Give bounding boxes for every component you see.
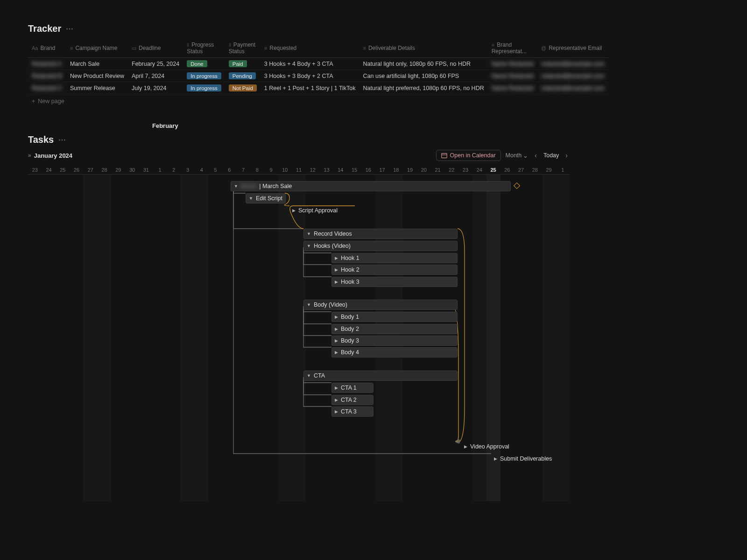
tracker-title-text: Tracker [28,23,61,34]
cell-requested[interactable]: 1 Reel + 1 Post + 1 Story | 1 TikTok [261,82,359,94]
cell-progress[interactable]: Done [183,58,225,70]
col-deliverable[interactable]: ≡Deliverable Details [359,39,488,58]
table-row[interactable]: Redacted AMarch SaleFebruary 25, 2024Don… [28,58,608,70]
col-payment[interactable]: ⦀Payment Status [225,39,261,58]
col-deadline[interactable]: ▭Deadline [128,39,183,58]
col-brand[interactable]: AaBrand [28,39,66,58]
tasks-title-text: Tasks [28,134,54,145]
new-page-button[interactable]: +New page [28,94,747,108]
prev-button[interactable]: ‹ [533,152,539,159]
day-cell: 19 [403,166,417,174]
cell-progress[interactable]: In progress [183,82,225,94]
tracker-table: AaBrand ≡Campaign Name ▭Deadline ⦀Progre… [28,39,608,94]
cell-deliverable[interactable]: Natural light preferred, 1080p 60 FPS, n… [359,82,488,94]
cell-email[interactable]: redacted@example.com [537,82,608,94]
cell-payment[interactable]: Not Paid [225,82,261,94]
task-bar-cta1[interactable]: ▶CTA 1 [331,383,374,393]
day-cell: 28 [98,166,112,174]
col-requested[interactable]: ≡Requested [261,39,359,58]
cell-progress[interactable]: In progress [183,70,225,82]
cell-campaign[interactable]: New Product Review [66,70,128,82]
day-cell: 26 [70,166,84,174]
day-cell: 29 [112,166,126,174]
parent-label: | March Sale [259,183,292,189]
day-cell: 31 [139,166,153,174]
table-row[interactable]: Redacted BNew Product ReviewApril 7, 202… [28,70,608,82]
cell-campaign[interactable]: Summer Release [66,82,128,94]
day-cell: 15 [347,166,361,174]
chevron-down-icon: ⌄ [523,152,528,159]
day-cell: 25 [486,166,500,174]
task-bar-body4[interactable]: ▶Body 4 [331,347,458,357]
open-in-calendar-button[interactable]: Open in Calendar [436,150,501,161]
day-cell: 14 [334,166,348,174]
day-cell: 13 [320,166,334,174]
task-bar-hook2[interactable]: ▶Hook 2 [331,265,458,275]
day-cell: 8 [250,166,264,174]
table-row[interactable]: Redacted CSummer ReleaseJuly 19, 2024In … [28,82,608,94]
today-button[interactable]: Today [543,152,559,159]
cell-payment[interactable]: Paid [225,58,261,70]
day-cell: 9 [264,166,278,174]
task-bar-hook1[interactable]: ▶Hook 1 [331,253,458,263]
task-bar-edit-script[interactable]: ▼Edit Script [246,193,286,203]
day-cell: 3 [181,166,195,174]
day-cell: 29 [542,166,556,174]
col-progress[interactable]: ⦀Progress Status [183,39,225,58]
task-bar-video-approval[interactable]: ▶Video Approval [461,441,534,452]
month-february: February [152,122,178,129]
task-bar-body[interactable]: ▼Body (Video) [303,300,458,310]
task-bar-hooks[interactable]: ▼Hooks (Video) [303,241,458,251]
task-bar-cta3[interactable]: ▶CTA 3 [331,406,374,417]
day-cell: 12 [306,166,320,174]
cell-campaign[interactable]: March Sale [66,58,128,70]
tracker-more-icon[interactable]: ⋯ [66,24,74,33]
col-campaign[interactable]: ≡Campaign Name [66,39,128,58]
cell-requested[interactable]: 3 Hooks + 4 Body + 3 CTA [261,58,359,70]
cell-brand[interactable]: Redacted A [28,58,66,70]
cell-email[interactable]: redacted@example.com [537,70,608,82]
task-bar-cta[interactable]: ▼CTA [303,371,458,381]
tracker-title: Tracker ⋯ [28,23,747,34]
day-cell: 25 [56,166,70,174]
day-cell: 21 [431,166,445,174]
day-cell: 16 [361,166,375,174]
plus-icon: + [32,98,35,105]
day-cell: 22 [445,166,459,174]
task-bar-script-approval[interactable]: ▶Script Approval [289,205,355,216]
cell-payment[interactable]: Pending [225,70,261,82]
day-cell: 11 [292,166,306,174]
cell-brand[interactable]: Redacted C [28,82,66,94]
cell-deliverable[interactable]: Natural light only, 1080p 60 FPS, no HDR [359,58,488,70]
cell-deadline[interactable]: February 25, 2024 [128,58,183,70]
day-cell: 18 [389,166,403,174]
day-cell: 28 [528,166,542,174]
cell-deadline[interactable]: July 19, 2024 [128,82,183,94]
day-cell: 17 [375,166,389,174]
cell-requested[interactable]: 3 Hooks + 3 Body + 2 CTA [261,70,359,82]
cell-rep[interactable]: Name Redacted [488,58,537,70]
view-selector[interactable]: Month⌄ [506,152,529,159]
task-bar-body3[interactable]: ▶Body 3 [331,336,458,346]
cell-brand[interactable]: Redacted B [28,70,66,82]
day-cell: 30 [125,166,139,174]
next-button[interactable]: › [564,152,570,159]
cell-rep[interactable]: Name Redacted [488,70,537,82]
task-bar-body2[interactable]: ▶Body 2 [331,324,458,334]
svg-rect-0 [441,153,446,158]
task-bar-hook3[interactable]: ▶Hook 3 [331,277,458,287]
day-cell: 23 [28,166,42,174]
cell-deliverable[interactable]: Can use artificial light, 1080p 60 FPS [359,70,488,82]
task-bar-body1[interactable]: ▶Body 1 [331,312,458,322]
cell-deadline[interactable]: April 7, 2024 [128,70,183,82]
col-rep[interactable]: ≡Brand Representat... [488,39,537,58]
task-bar-submit[interactable]: ▶Submit Deliverables [491,454,570,464]
cell-email[interactable]: redacted@example.com [537,58,608,70]
task-bar-record-videos[interactable]: ▼Record Videos [303,229,458,239]
col-email[interactable]: @Representative Email [537,39,608,58]
timeline-collapse-icon[interactable]: » [28,152,31,159]
cell-rep[interactable]: Name Redacted [488,82,537,94]
task-bar-parent[interactable]: ▼Brand| March Sale [231,181,511,191]
task-bar-cta2[interactable]: ▶CTA 2 [331,395,374,405]
tasks-more-icon[interactable]: ⋯ [58,135,66,144]
